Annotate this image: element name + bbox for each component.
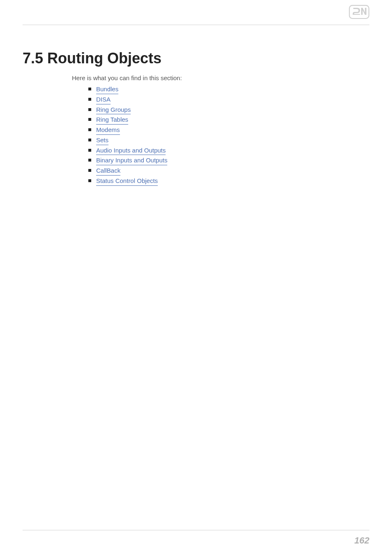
toc-link-ring-groups[interactable]: Ring Groups <box>96 105 131 115</box>
bullet-icon <box>88 88 91 90</box>
toc-item: CallBack <box>88 166 369 176</box>
toc-link-status-control[interactable]: Status Control Objects <box>96 176 158 186</box>
toc-item: Ring Tables <box>88 115 369 125</box>
page-container: 7.5 Routing Objects Here is what you can… <box>0 0 392 555</box>
toc-item: Modems <box>88 125 369 135</box>
bullet-icon <box>88 139 91 141</box>
toc-link-ring-tables[interactable]: Ring Tables <box>96 115 128 125</box>
toc-link-callback[interactable]: CallBack <box>96 166 120 176</box>
bullet-icon <box>88 159 91 162</box>
toc-link-disa[interactable]: DISA <box>96 95 111 104</box>
bullet-icon <box>88 128 91 131</box>
toc-item: Bundles <box>88 85 369 94</box>
bullet-icon <box>88 98 91 101</box>
page-number: 162 <box>354 535 369 546</box>
toc-list: Bundles DISA Ring Groups Ring Tables Mod… <box>88 85 369 186</box>
header-divider <box>23 25 369 25</box>
toc-link-modems[interactable]: Modems <box>96 125 120 135</box>
toc-link-bundles[interactable]: Bundles <box>96 85 118 94</box>
footer-divider <box>23 530 369 530</box>
toc-item: Ring Groups <box>88 105 369 115</box>
toc-item: Binary Inputs and Outputs <box>88 156 369 165</box>
toc-item: Status Control Objects <box>88 176 369 186</box>
toc-item: Sets <box>88 136 369 145</box>
brand-logo <box>349 5 369 19</box>
toc-item: Audio Inputs and Outputs <box>88 146 369 155</box>
bullet-icon <box>88 108 91 111</box>
toc-link-sets[interactable]: Sets <box>96 136 108 145</box>
intro-text: Here is what you can find in this sectio… <box>72 74 369 81</box>
toc-link-binary-io[interactable]: Binary Inputs and Outputs <box>96 156 167 165</box>
bullet-icon <box>88 149 91 152</box>
toc-item: DISA <box>88 95 369 104</box>
page-title: 7.5 Routing Objects <box>23 50 369 67</box>
toc-link-audio-io[interactable]: Audio Inputs and Outputs <box>96 146 166 155</box>
bullet-icon <box>88 118 91 121</box>
bullet-icon <box>88 169 91 172</box>
bullet-icon <box>88 179 91 182</box>
